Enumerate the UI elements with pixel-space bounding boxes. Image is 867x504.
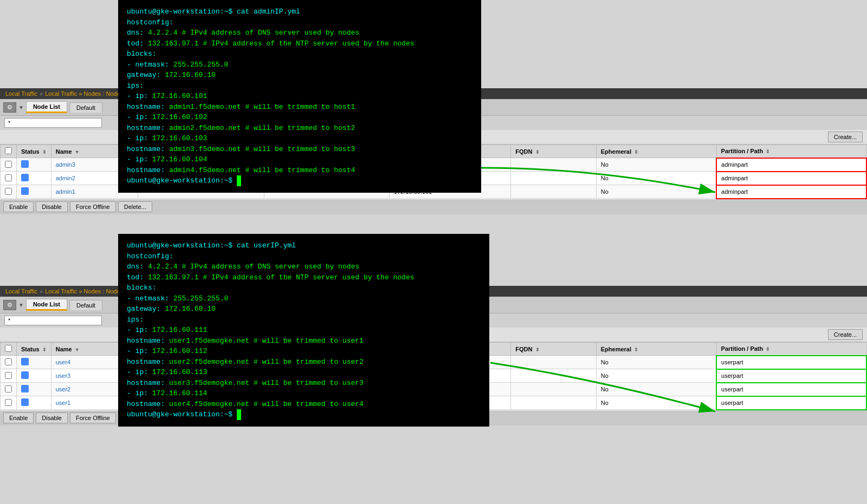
action-bar-1: Enable Disable Force Offline Delete... bbox=[0, 199, 867, 214]
delete-button-1[interactable]: Delete... bbox=[118, 201, 152, 212]
create-button-2[interactable]: Create... bbox=[828, 329, 863, 340]
row-ephemeral: No bbox=[596, 172, 716, 185]
row-status bbox=[17, 158, 51, 172]
disable-button-1[interactable]: Disable bbox=[36, 201, 68, 212]
select-all-checkbox-2[interactable] bbox=[5, 345, 12, 352]
tab-node-list-2[interactable]: Node List bbox=[26, 299, 67, 309]
row-checkbox[interactable] bbox=[1, 369, 17, 383]
col-status-2: Status ⇕ bbox=[17, 343, 51, 356]
status-icon bbox=[21, 187, 29, 195]
terminal1-line-12: - ip: 172.16.60.103 bbox=[127, 133, 473, 144]
col-fqdn-1: FQDN ⇕ bbox=[511, 145, 596, 158]
col-fqdn-2: FQDN ⇕ bbox=[511, 343, 596, 356]
row-fqdn bbox=[511, 172, 596, 185]
row-checkbox[interactable] bbox=[1, 396, 17, 410]
search-input-1[interactable] bbox=[4, 118, 102, 128]
terminal1-line-10: - ip: 172.16.60.102 bbox=[127, 112, 473, 123]
col-checkbox-2 bbox=[1, 343, 17, 356]
row-partition: adminpart bbox=[716, 172, 866, 185]
terminal2-line-5: - netmask: 255.255.255.0 bbox=[127, 293, 481, 304]
node-name-link[interactable]: user1 bbox=[56, 400, 71, 406]
terminal2-line-12: - ip: 172.16.60.113 bbox=[127, 367, 481, 378]
terminal1-line-8: - ip: 172.16.60.101 bbox=[127, 91, 473, 102]
node-name-link[interactable]: user2 bbox=[56, 386, 71, 392]
status-icon bbox=[21, 358, 29, 365]
row-partition: adminpart bbox=[716, 158, 866, 172]
terminal1-line-1: hostconfig: bbox=[127, 17, 473, 28]
tab-node-list-1[interactable]: Node List bbox=[26, 101, 67, 112]
tab-default-2[interactable]: Default bbox=[69, 300, 102, 310]
status-icon bbox=[21, 160, 29, 168]
row-partition: userpart bbox=[716, 396, 866, 410]
tab-underline-1 bbox=[26, 112, 67, 113]
terminal1-line-9: hostname: admin1.f5demo.net # will be tr… bbox=[127, 102, 473, 113]
row-ephemeral: No bbox=[596, 396, 716, 410]
force-offline-button-1[interactable]: Force Offline bbox=[70, 201, 116, 212]
search-input-2[interactable] bbox=[4, 316, 102, 325]
breadcrumb-local-traffic[interactable]: Local Traffic bbox=[5, 90, 37, 97]
terminal1-line-2: dns: 4.2.2.4 # IPv4 address of DNS serve… bbox=[127, 28, 473, 38]
row-status bbox=[17, 356, 51, 369]
terminal1-line-14: - ip: 172.16.60.104 bbox=[127, 154, 473, 165]
row-fqdn bbox=[511, 185, 596, 199]
col-checkbox-1 bbox=[1, 145, 17, 158]
row-checkbox[interactable] bbox=[1, 185, 17, 199]
terminal1-line-13: hostname: admin3.f5demo.net # will be tr… bbox=[127, 144, 473, 155]
col-ephemeral-1: Ephemeral ⇕ bbox=[596, 145, 716, 158]
row-fqdn bbox=[511, 369, 596, 383]
create-button-1[interactable]: Create... bbox=[828, 132, 863, 142]
terminal2-line-16: ubuntu@gke-workstation:~$ bbox=[127, 409, 481, 420]
terminal2-line-10: - ip: 172.16.60.112 bbox=[127, 346, 481, 357]
gear-button-2[interactable]: ⚙ bbox=[3, 300, 16, 310]
col-partition-1: Partition / Path ⇕ bbox=[716, 145, 866, 158]
terminal2-line-4: blocks: bbox=[127, 283, 481, 293]
tab-underline-2 bbox=[26, 309, 67, 311]
node-name-link[interactable]: admin3 bbox=[56, 161, 75, 168]
terminal1-line-4: blocks: bbox=[127, 49, 473, 60]
terminal2-line-1: hostconfig: bbox=[127, 251, 481, 262]
enable-button-2[interactable]: Enable bbox=[3, 413, 34, 423]
terminal2-line-15: hostname: user4.f5demogke.net # will be … bbox=[127, 399, 481, 410]
enable-button-1[interactable]: Enable bbox=[3, 201, 34, 212]
terminal2-line-11: hostname: user2.f5demogke.net # will be … bbox=[127, 357, 481, 368]
disable-button-2[interactable]: Disable bbox=[36, 413, 68, 423]
row-status bbox=[17, 383, 51, 396]
terminal2-line-7: ips: bbox=[127, 315, 481, 325]
terminal2-line-13: hostname: user3.f5demogke.net # will be … bbox=[127, 378, 481, 389]
col-partition-2: Partition / Path ⇕ bbox=[716, 343, 866, 356]
force-offline-button-2[interactable]: Force Offline bbox=[70, 413, 116, 423]
gear-button-1[interactable]: ⚙ bbox=[3, 102, 16, 113]
terminal2-line-2: dns: 4.2.2.4 # IPv4 address of DNS serve… bbox=[127, 261, 481, 272]
row-checkbox[interactable] bbox=[1, 172, 17, 185]
row-ephemeral: No bbox=[596, 383, 716, 396]
terminal1-line-11: hostname: admin2.f5demo.net # will be tr… bbox=[127, 123, 473, 134]
terminal2-line-0: ubuntu@gke-workstation:~$ cat userIP.yml bbox=[127, 240, 481, 251]
row-partition: userpart bbox=[716, 356, 866, 369]
row-status bbox=[17, 172, 51, 185]
node-name-link[interactable]: admin2 bbox=[56, 175, 75, 181]
col-ephemeral-2: Ephemeral ⇕ bbox=[596, 343, 716, 356]
tab-default-1[interactable]: Default bbox=[69, 102, 102, 113]
row-fqdn bbox=[511, 383, 596, 396]
row-status bbox=[17, 369, 51, 383]
row-partition: userpart bbox=[716, 383, 866, 396]
terminal2-line-6: gateway: 172.16.60.10 bbox=[127, 304, 481, 315]
node-name-link[interactable]: admin1 bbox=[56, 188, 75, 195]
terminal1-line-5: - netmask: 255.255.255.0 bbox=[127, 60, 473, 70]
row-checkbox[interactable] bbox=[1, 356, 17, 369]
status-icon bbox=[21, 371, 29, 379]
terminal-2: ubuntu@gke-workstation:~$ cat userIP.yml… bbox=[118, 234, 489, 427]
row-fqdn bbox=[511, 356, 596, 369]
terminal1-line-16: ubuntu@gke-workstation:~$ bbox=[127, 175, 473, 186]
breadcrumb-local-traffic-2[interactable]: Local Traffic bbox=[5, 288, 37, 294]
terminal1-line-3: tod: 132.163.97.1 # IPv4 address of the … bbox=[127, 38, 473, 49]
terminal2-line-9: hostname: user1.f5demogke.net # will be … bbox=[127, 336, 481, 346]
status-icon bbox=[21, 385, 29, 392]
select-all-checkbox-1[interactable] bbox=[5, 147, 12, 154]
row-checkbox[interactable] bbox=[1, 158, 17, 172]
node-name-link[interactable]: user3 bbox=[56, 372, 71, 379]
row-ephemeral: No bbox=[596, 158, 716, 172]
row-partition: userpart bbox=[716, 369, 866, 383]
row-checkbox[interactable] bbox=[1, 383, 17, 396]
node-name-link[interactable]: user4 bbox=[56, 359, 71, 365]
